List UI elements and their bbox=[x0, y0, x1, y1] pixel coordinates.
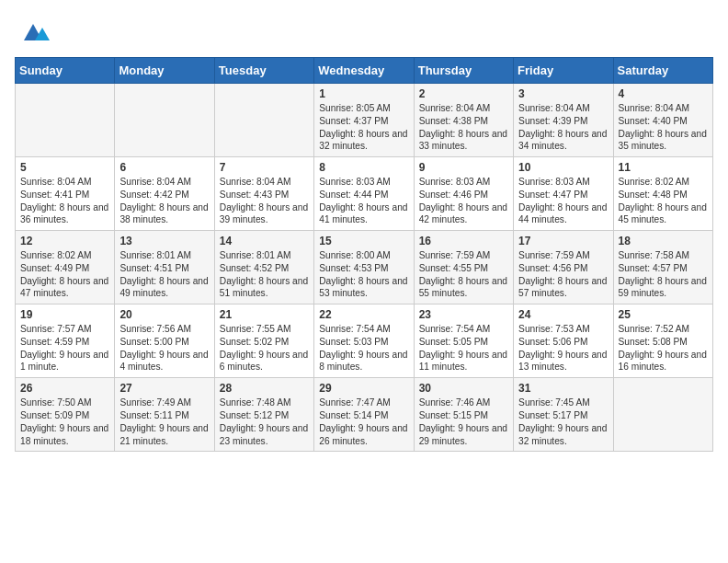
calendar-cell bbox=[214, 84, 313, 157]
day-number: 8 bbox=[319, 161, 408, 174]
calendar-cell: 2Sunrise: 8:04 AM Sunset: 4:38 PM Daylig… bbox=[414, 84, 513, 157]
day-info: Sunrise: 7:53 AM Sunset: 5:06 PM Dayligh… bbox=[518, 323, 608, 373]
calendar-cell: 27Sunrise: 7:49 AM Sunset: 5:11 PM Dayli… bbox=[115, 378, 214, 452]
day-number: 2 bbox=[419, 87, 508, 100]
day-number: 12 bbox=[20, 235, 109, 247]
day-number: 16 bbox=[419, 235, 508, 247]
day-info: Sunrise: 7:55 AM Sunset: 5:02 PM Dayligh… bbox=[220, 323, 309, 373]
day-info: Sunrise: 8:03 AM Sunset: 4:47 PM Dayligh… bbox=[518, 176, 608, 226]
day-number: 22 bbox=[319, 308, 408, 321]
weekday-header-tuesday: Tuesday bbox=[214, 58, 313, 84]
calendar-cell: 19Sunrise: 7:57 AM Sunset: 4:59 PM Dayli… bbox=[16, 304, 115, 378]
day-info: Sunrise: 7:48 AM Sunset: 5:12 PM Dayligh… bbox=[220, 396, 309, 447]
calendar-cell: 25Sunrise: 7:52 AM Sunset: 5:08 PM Dayli… bbox=[613, 304, 712, 378]
calendar-cell: 21Sunrise: 7:55 AM Sunset: 5:02 PM Dayli… bbox=[214, 304, 313, 378]
weekday-header-thursday: Thursday bbox=[414, 58, 513, 84]
day-number: 6 bbox=[119, 161, 209, 174]
day-info: Sunrise: 7:56 AM Sunset: 5:00 PM Dayligh… bbox=[119, 323, 209, 373]
day-number: 29 bbox=[319, 382, 408, 395]
calendar-cell: 26Sunrise: 7:50 AM Sunset: 5:09 PM Dayli… bbox=[16, 378, 115, 452]
day-info: Sunrise: 7:57 AM Sunset: 4:59 PM Dayligh… bbox=[20, 323, 109, 373]
calendar-week-1: 1Sunrise: 8:05 AM Sunset: 4:37 PM Daylig… bbox=[16, 84, 713, 157]
day-number: 20 bbox=[119, 308, 209, 321]
calendar-cell: 6Sunrise: 8:04 AM Sunset: 4:42 PM Daylig… bbox=[115, 157, 214, 231]
calendar-cell: 8Sunrise: 8:03 AM Sunset: 4:44 PM Daylig… bbox=[314, 157, 414, 231]
day-number: 1 bbox=[319, 87, 408, 100]
calendar-cell: 3Sunrise: 8:04 AM Sunset: 4:39 PM Daylig… bbox=[514, 84, 613, 157]
day-info: Sunrise: 7:59 AM Sunset: 4:55 PM Dayligh… bbox=[419, 249, 508, 300]
calendar-cell: 9Sunrise: 8:03 AM Sunset: 4:46 PM Daylig… bbox=[414, 157, 513, 231]
day-number: 25 bbox=[619, 308, 708, 321]
calendar-header-row: SundayMondayTuesdayWednesdayThursdayFrid… bbox=[16, 58, 713, 84]
calendar-cell: 15Sunrise: 8:00 AM Sunset: 4:53 PM Dayli… bbox=[314, 231, 414, 304]
day-info: Sunrise: 7:46 AM Sunset: 5:15 PM Dayligh… bbox=[419, 396, 508, 447]
calendar-cell: 20Sunrise: 7:56 AM Sunset: 5:00 PM Dayli… bbox=[115, 304, 214, 378]
calendar-cell: 13Sunrise: 8:01 AM Sunset: 4:51 PM Dayli… bbox=[115, 231, 214, 304]
day-number: 15 bbox=[319, 235, 408, 247]
day-number: 9 bbox=[419, 161, 508, 174]
day-number: 30 bbox=[419, 382, 508, 395]
calendar-cell: 1Sunrise: 8:05 AM Sunset: 4:37 PM Daylig… bbox=[314, 84, 414, 157]
day-number: 3 bbox=[518, 87, 608, 100]
day-number: 31 bbox=[518, 382, 608, 395]
calendar-cell: 18Sunrise: 7:58 AM Sunset: 4:57 PM Dayli… bbox=[613, 231, 712, 304]
day-info: Sunrise: 7:49 AM Sunset: 5:11 PM Dayligh… bbox=[119, 396, 209, 447]
day-info: Sunrise: 8:00 AM Sunset: 4:53 PM Dayligh… bbox=[319, 249, 408, 300]
day-number: 11 bbox=[619, 161, 708, 174]
calendar-cell: 29Sunrise: 7:47 AM Sunset: 5:14 PM Dayli… bbox=[314, 378, 414, 452]
day-info: Sunrise: 8:04 AM Sunset: 4:42 PM Dayligh… bbox=[119, 176, 209, 226]
day-number: 23 bbox=[419, 308, 508, 321]
day-number: 24 bbox=[518, 308, 608, 321]
calendar-cell: 24Sunrise: 7:53 AM Sunset: 5:06 PM Dayli… bbox=[514, 304, 613, 378]
weekday-header-friday: Friday bbox=[514, 58, 613, 84]
calendar-cell: 12Sunrise: 8:02 AM Sunset: 4:49 PM Dayli… bbox=[16, 231, 115, 304]
day-info: Sunrise: 7:54 AM Sunset: 5:05 PM Dayligh… bbox=[419, 323, 508, 373]
calendar-cell bbox=[613, 378, 712, 452]
day-info: Sunrise: 8:03 AM Sunset: 4:44 PM Dayligh… bbox=[319, 176, 408, 226]
day-number: 28 bbox=[220, 382, 309, 395]
day-info: Sunrise: 8:02 AM Sunset: 4:48 PM Dayligh… bbox=[619, 176, 708, 226]
weekday-header-wednesday: Wednesday bbox=[314, 58, 414, 84]
day-number: 7 bbox=[220, 161, 309, 174]
day-number: 13 bbox=[119, 235, 209, 247]
day-info: Sunrise: 7:47 AM Sunset: 5:14 PM Dayligh… bbox=[319, 396, 408, 447]
logo bbox=[15, 15, 50, 48]
calendar-cell: 17Sunrise: 7:59 AM Sunset: 4:56 PM Dayli… bbox=[514, 231, 613, 304]
calendar-table: SundayMondayTuesdayWednesdayThursdayFrid… bbox=[15, 57, 713, 452]
day-info: Sunrise: 7:45 AM Sunset: 5:17 PM Dayligh… bbox=[518, 396, 608, 447]
page-header bbox=[15, 15, 713, 48]
calendar-week-3: 12Sunrise: 8:02 AM Sunset: 4:49 PM Dayli… bbox=[16, 231, 713, 304]
calendar-cell bbox=[16, 84, 115, 157]
weekday-header-monday: Monday bbox=[115, 58, 214, 84]
calendar-cell: 28Sunrise: 7:48 AM Sunset: 5:12 PM Dayli… bbox=[214, 378, 313, 452]
day-info: Sunrise: 8:03 AM Sunset: 4:46 PM Dayligh… bbox=[419, 176, 508, 226]
day-info: Sunrise: 8:02 AM Sunset: 4:49 PM Dayligh… bbox=[20, 249, 109, 300]
calendar-cell: 11Sunrise: 8:02 AM Sunset: 4:48 PM Dayli… bbox=[613, 157, 712, 231]
weekday-header-saturday: Saturday bbox=[613, 58, 712, 84]
day-info: Sunrise: 8:04 AM Sunset: 4:38 PM Dayligh… bbox=[419, 102, 508, 153]
day-info: Sunrise: 7:52 AM Sunset: 5:08 PM Dayligh… bbox=[619, 323, 708, 373]
day-info: Sunrise: 8:04 AM Sunset: 4:39 PM Dayligh… bbox=[518, 102, 608, 153]
day-info: Sunrise: 8:05 AM Sunset: 4:37 PM Dayligh… bbox=[319, 102, 408, 153]
calendar-cell: 10Sunrise: 8:03 AM Sunset: 4:47 PM Dayli… bbox=[514, 157, 613, 231]
calendar-week-5: 26Sunrise: 7:50 AM Sunset: 5:09 PM Dayli… bbox=[16, 378, 713, 452]
calendar-cell: 7Sunrise: 8:04 AM Sunset: 4:43 PM Daylig… bbox=[214, 157, 313, 231]
calendar-week-4: 19Sunrise: 7:57 AM Sunset: 4:59 PM Dayli… bbox=[16, 304, 713, 378]
day-number: 10 bbox=[518, 161, 608, 174]
day-info: Sunrise: 8:04 AM Sunset: 4:40 PM Dayligh… bbox=[619, 102, 708, 153]
calendar-week-2: 5Sunrise: 8:04 AM Sunset: 4:41 PM Daylig… bbox=[16, 157, 713, 231]
day-info: Sunrise: 8:01 AM Sunset: 4:52 PM Dayligh… bbox=[220, 249, 309, 300]
day-info: Sunrise: 7:59 AM Sunset: 4:56 PM Dayligh… bbox=[518, 249, 608, 300]
calendar-cell: 31Sunrise: 7:45 AM Sunset: 5:17 PM Dayli… bbox=[514, 378, 613, 452]
calendar-cell bbox=[115, 84, 214, 157]
day-number: 17 bbox=[518, 235, 608, 247]
calendar-cell: 4Sunrise: 8:04 AM Sunset: 4:40 PM Daylig… bbox=[613, 84, 712, 157]
day-info: Sunrise: 8:01 AM Sunset: 4:51 PM Dayligh… bbox=[119, 249, 209, 300]
calendar-cell: 30Sunrise: 7:46 AM Sunset: 5:15 PM Dayli… bbox=[414, 378, 513, 452]
day-number: 4 bbox=[619, 87, 708, 100]
day-number: 14 bbox=[220, 235, 309, 247]
day-number: 18 bbox=[619, 235, 708, 247]
calendar-cell: 16Sunrise: 7:59 AM Sunset: 4:55 PM Dayli… bbox=[414, 231, 513, 304]
day-number: 27 bbox=[119, 382, 209, 395]
day-info: Sunrise: 8:04 AM Sunset: 4:41 PM Dayligh… bbox=[20, 176, 109, 226]
